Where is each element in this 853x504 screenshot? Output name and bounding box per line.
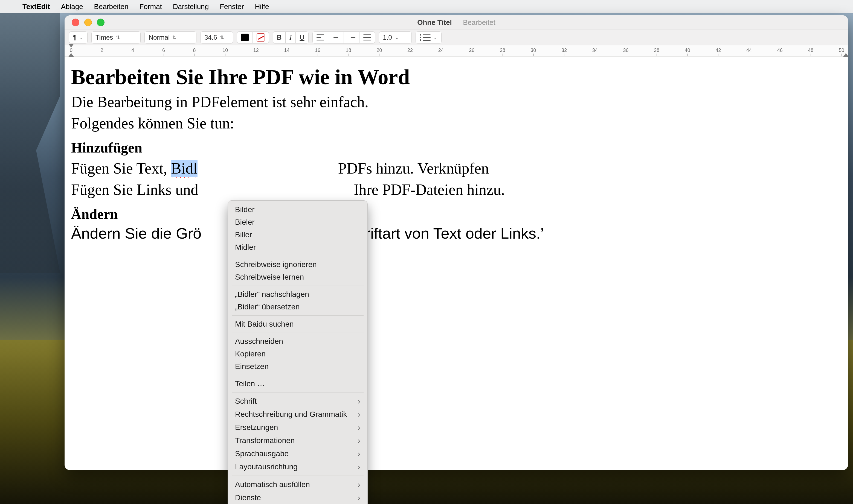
menu-view[interactable]: Darstellung <box>173 2 209 11</box>
updown-icon: ⇅ <box>172 34 176 40</box>
ruler-number: 42 <box>715 48 721 53</box>
window-controls <box>72 19 105 26</box>
align-right-button[interactable] <box>344 32 359 43</box>
title-sep: — <box>452 18 463 26</box>
underline-button[interactable]: U <box>295 32 308 43</box>
menu-edit[interactable]: Bearbeiten <box>94 2 128 11</box>
minimize-button[interactable] <box>84 19 92 26</box>
ruler-number: 44 <box>746 48 752 53</box>
context-menu: Bilder Bieler Biller Midler Schreibweise… <box>228 200 368 504</box>
menu-help[interactable]: Hilfe <box>255 2 269 11</box>
transformations-submenu[interactable]: Transformationen <box>228 434 367 447</box>
window-titlebar[interactable]: Ohne Titel — Bearbeitet <box>65 15 848 30</box>
ruler-number: 22 <box>407 48 413 53</box>
paragraph[interactable]: Die Bearbeitung in PDFelement ist sehr e… <box>71 93 841 111</box>
text-run: Ändern Sie die Grö <box>71 225 201 242</box>
spell-suggestion[interactable]: Bilder <box>228 203 367 216</box>
text-run: Fügen Sie Text, <box>71 160 171 177</box>
chevron-down-icon: ⌄ <box>395 34 399 40</box>
spell-suggestion[interactable]: Biller <box>228 229 367 241</box>
ruler[interactable]: 0246810121416182022242628303234363840424… <box>65 46 848 57</box>
font-submenu[interactable]: Schrift <box>228 395 367 408</box>
layout-submenu[interactable]: Layoutausrichtung <box>228 460 367 473</box>
speech-submenu[interactable]: Sprachausgabe <box>228 447 367 460</box>
pilcrow-icon: ¶ <box>73 34 76 41</box>
list-icon <box>420 34 431 41</box>
paragraph-style-button[interactable]: ¶ ⌄ <box>69 32 88 43</box>
align-justify-button[interactable] <box>359 32 375 43</box>
text-run: Fügen Sie Links und <box>71 181 202 198</box>
font-style-select[interactable]: Normal ⇅ <box>144 32 196 43</box>
ruler-number: 48 <box>808 48 813 53</box>
ruler-number: 28 <box>500 48 505 53</box>
ruler-number: 38 <box>654 48 659 53</box>
menu-separator <box>232 392 364 393</box>
substitutions-submenu[interactable]: Ersetzungen <box>228 421 367 434</box>
desktop: TextEdit Ablage Bearbeiten Format Darste… <box>0 0 853 504</box>
document-body[interactable]: Bearbeiten Sie Ihre PDF wie in Word Die … <box>65 57 848 470</box>
search-web[interactable]: Mit Baidu suchen <box>228 318 367 330</box>
color-controls <box>237 32 269 43</box>
close-button[interactable] <box>72 19 79 26</box>
heading-1[interactable]: Bearbeiten Sie Ihre PDF wie in Word <box>71 65 841 89</box>
ruler-number: 2 <box>101 48 103 53</box>
doc-status: Bearbeitet <box>463 18 495 26</box>
translate[interactable]: „Bidler“ übersetzen <box>228 301 367 313</box>
list-style-select[interactable]: ⌄ <box>416 32 441 43</box>
align-left-button[interactable] <box>312 32 328 43</box>
ruler-number: 18 <box>346 48 351 53</box>
ruler-number: 30 <box>531 48 536 53</box>
zoom-button[interactable] <box>97 19 105 26</box>
ruler-number: 32 <box>561 48 567 53</box>
align-center-icon <box>332 34 340 40</box>
selected-text[interactable]: Bidl <box>171 160 197 177</box>
misspelled-word[interactable]: Bidl <box>171 160 197 178</box>
font-family-select[interactable]: Times ⇅ <box>91 32 141 43</box>
paragraph[interactable]: Ändern Sie die Gröchriftart von Text ode… <box>71 224 841 242</box>
menu-window[interactable]: Fenster <box>220 2 244 11</box>
autofill-submenu[interactable]: Automatisch ausfüllen <box>228 478 367 491</box>
first-line-indent-marker[interactable] <box>68 44 74 48</box>
line-spacing-select[interactable]: 1.0 ⌄ <box>379 32 412 43</box>
paragraph[interactable]: Fügen Sie Links und Ihre PDF-Dateien hin… <box>71 181 841 198</box>
paragraph[interactable]: Folgendes können Sie tun: <box>71 114 841 132</box>
services-submenu[interactable]: Dienste <box>228 491 367 504</box>
menu-file[interactable]: Ablage <box>61 2 83 11</box>
look-up[interactable]: „Bidler“ nachschlagen <box>228 288 367 301</box>
text-run: PDFs hinzu. Verknüpfen <box>334 160 489 177</box>
alignment-group <box>312 32 375 43</box>
app-name[interactable]: TextEdit <box>22 2 50 11</box>
ruler-number: 10 <box>222 48 228 53</box>
chevron-down-icon: ⌄ <box>433 34 437 40</box>
menu-separator <box>232 332 364 333</box>
align-center-button[interactable] <box>328 32 344 43</box>
spell-suggestion[interactable]: Bieler <box>228 216 367 229</box>
bold-button[interactable]: B <box>273 32 285 43</box>
menu-separator <box>232 316 364 316</box>
no-highlight-icon <box>257 33 265 41</box>
font-size-value: 34.6 <box>204 34 217 41</box>
spell-suggestion[interactable]: Midler <box>228 241 367 254</box>
ignore-spelling[interactable]: Schreibweise ignorieren <box>228 258 367 271</box>
paragraph[interactable]: Fügen Sie Text, Bidl PDFs hinzu. Verknüp… <box>71 160 841 177</box>
menu-separator <box>232 475 364 476</box>
font-size-field[interactable]: 34.6 ⇅ <box>200 32 233 43</box>
updown-icon: ⇅ <box>116 34 120 40</box>
italic-button[interactable]: I <box>285 32 295 43</box>
menu-format[interactable]: Format <box>139 2 162 11</box>
copy[interactable]: Kopieren <box>228 348 367 360</box>
share[interactable]: Teilen … <box>228 377 367 390</box>
heading-2[interactable]: Hinzufügen <box>71 140 841 156</box>
right-indent-marker[interactable] <box>843 53 848 57</box>
left-indent-marker[interactable] <box>68 53 74 57</box>
paste[interactable]: Einsetzen <box>228 360 367 373</box>
cut[interactable]: Ausschneiden <box>228 335 367 348</box>
text-run: chriftart von Text oder Links.’ <box>349 225 544 242</box>
highlight-color-button[interactable] <box>253 32 269 43</box>
ruler-number: 0 <box>70 48 72 53</box>
text-color-button[interactable] <box>237 32 253 43</box>
spelling-submenu[interactable]: Rechtschreibung und Grammatik <box>228 408 367 421</box>
ruler-number: 8 <box>193 48 196 53</box>
learn-spelling[interactable]: Schreibweise lernen <box>228 271 367 284</box>
heading-2[interactable]: Ändern <box>71 206 841 222</box>
